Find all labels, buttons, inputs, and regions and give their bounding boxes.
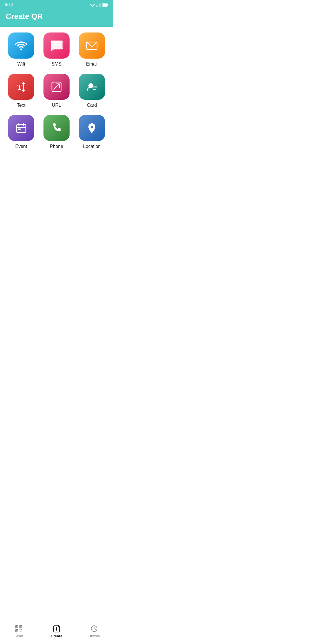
- event-icon: [14, 121, 28, 135]
- card-icon: [85, 80, 99, 94]
- phone-icon-bg: [43, 115, 70, 141]
- wifi-status-icon: [90, 3, 95, 7]
- event-icon-bg: [8, 115, 34, 141]
- wifi-icon: [14, 39, 28, 53]
- location-icon: [85, 121, 99, 135]
- main-content: Wifi SMS Email: [0, 27, 113, 155]
- card-label: Card: [87, 103, 97, 108]
- url-icon: [50, 80, 63, 94]
- url-label: URL: [52, 103, 61, 108]
- signal-status-icon: [96, 3, 101, 7]
- sms-icon: [50, 39, 63, 53]
- wifi-label: Wifi: [17, 61, 25, 67]
- grid-item-wifi[interactable]: Wifi: [6, 32, 37, 67]
- svg-rect-20: [17, 124, 26, 133]
- grid-item-card[interactable]: Card: [77, 74, 107, 108]
- status-bar: 8:13: [0, 0, 113, 8]
- grid-item-url[interactable]: URL: [41, 74, 72, 108]
- phone-label: Phone: [50, 144, 63, 149]
- app-header: Create QR: [0, 8, 113, 27]
- sms-icon-bg: [43, 32, 70, 59]
- url-icon-bg: [43, 74, 70, 100]
- text-icon: T: [14, 80, 28, 94]
- location-label: Location: [83, 144, 101, 149]
- svg-rect-24: [18, 129, 21, 130]
- svg-rect-10: [54, 44, 59, 45]
- email-label: Email: [86, 61, 98, 67]
- grid-item-text[interactable]: T Text: [6, 74, 37, 108]
- grid-item-phone[interactable]: Phone: [41, 115, 72, 149]
- svg-line-15: [54, 84, 59, 90]
- qr-type-grid: Wifi SMS Email: [6, 32, 107, 149]
- status-time: 8:13: [5, 2, 13, 7]
- phone-icon: [50, 121, 63, 135]
- svg-text:T: T: [17, 83, 22, 91]
- text-label: Text: [17, 103, 25, 108]
- svg-rect-6: [108, 4, 108, 5]
- svg-rect-7: [103, 4, 107, 6]
- card-icon-bg: [79, 74, 105, 100]
- email-icon: [85, 39, 99, 53]
- grid-item-sms[interactable]: SMS: [41, 32, 72, 67]
- page-title: Create QR: [6, 12, 43, 21]
- email-icon-bg: [79, 32, 105, 59]
- wifi-icon-bg: [8, 32, 34, 59]
- location-icon-bg: [79, 115, 105, 141]
- grid-item-event[interactable]: Event: [6, 115, 37, 149]
- svg-rect-1: [97, 5, 97, 7]
- text-icon-bg: T: [8, 74, 34, 100]
- status-icons: [90, 3, 108, 7]
- svg-point-0: [92, 6, 93, 7]
- battery-status-icon: [102, 3, 108, 7]
- svg-rect-2: [98, 5, 98, 7]
- svg-rect-4: [100, 3, 101, 7]
- grid-item-location[interactable]: Location: [77, 115, 107, 149]
- grid-item-email[interactable]: Email: [77, 32, 107, 67]
- sms-label: SMS: [52, 61, 62, 67]
- event-label: Event: [15, 144, 27, 149]
- svg-rect-3: [99, 4, 99, 7]
